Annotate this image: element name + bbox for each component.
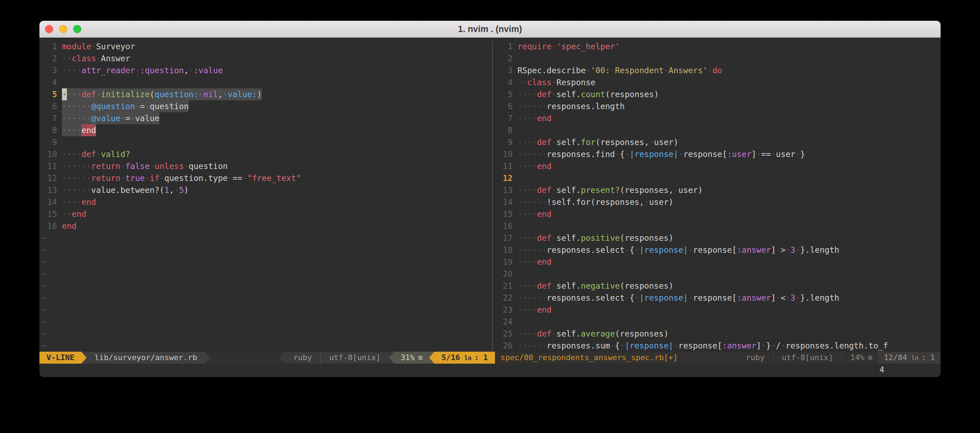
line-number: 19 (498, 256, 512, 268)
code-line-4[interactable]: 4··class·Response (495, 76, 940, 88)
code-line-6[interactable]: 6······@question·=·question (40, 100, 490, 112)
code-line-15[interactable]: 15····end (495, 208, 940, 220)
line-number: 24 (498, 316, 512, 328)
code-line-17[interactable]: 17····def·self.positive(responses) (495, 232, 940, 244)
encoding-indicator: utf-8[unix] (776, 352, 839, 364)
tilde-line: ~ (40, 316, 490, 328)
line-number: 12 (42, 172, 57, 184)
line-number: 23 (498, 304, 512, 316)
code-line-2[interactable]: 2··class·Answer (40, 53, 490, 64)
code-line-16[interactable]: 16 (495, 220, 940, 232)
line-number: 1 (42, 40, 57, 53)
line-number: 11 (498, 160, 512, 172)
line-number: 16 (498, 220, 512, 232)
code-line-3[interactable]: 3····attr_reader·:question,·:value (40, 64, 490, 76)
tilde-line: ~ (40, 268, 490, 280)
scroll-percentage: 31%≡ (394, 352, 429, 364)
line-number: 4 (498, 76, 512, 88)
code-line-16[interactable]: 16end (40, 220, 490, 232)
code-line-26[interactable]: 26······responses.sum·{·|response|·respo… (495, 340, 940, 352)
powerline-separator-icon (205, 352, 210, 364)
statusline-filler (683, 352, 740, 364)
line-number: 20 (498, 268, 512, 280)
code-line-13[interactable]: 13······value.between?(1,·5) (40, 184, 490, 196)
line-number: 13 (42, 184, 57, 196)
code-line-10[interactable]: 10······responses.find·{·|response|·resp… (495, 148, 940, 160)
titlebar[interactable]: 1. nvim . (nvim) (40, 21, 940, 38)
line-number: 25 (498, 328, 512, 340)
powerline-separator-icon (280, 352, 285, 364)
code-line-19[interactable]: 19····end (495, 256, 940, 268)
code-line-7[interactable]: 7······@value·=·value (40, 112, 490, 124)
code-line-11[interactable]: 11····end (495, 160, 940, 172)
pending-command-count: 4 (879, 364, 884, 376)
line-number: 3 (42, 64, 57, 76)
code-line-6[interactable]: 6······responses.length (495, 100, 940, 112)
line-number: 4 (42, 76, 57, 88)
tilde-line: ~ (40, 304, 490, 316)
tilde-line: ~ (40, 256, 490, 268)
code-line-22[interactable]: 22······responses.select·{·|response|·re… (495, 292, 940, 304)
code-line-25[interactable]: 25····def·self.average(responses) (495, 328, 940, 340)
tilde-line: ~ (40, 328, 490, 340)
window-separator[interactable] (490, 40, 495, 352)
line-number: 14 (42, 196, 57, 208)
statusline-divider (842, 352, 842, 364)
scroll-position-icon: ≡ (868, 353, 873, 362)
line-number: 17 (498, 232, 512, 244)
code-line-2[interactable]: 2 (495, 53, 940, 64)
code-line-12[interactable]: 12······return·true·if·question.type·==·… (40, 172, 490, 184)
line-number: 9 (42, 136, 57, 148)
editor-pane-right[interactable]: 1require·'spec_helper'23RSpec.describe·'… (495, 40, 940, 352)
window-title: 1. nvim . (nvim) (40, 21, 940, 37)
line-number: 2 (498, 53, 512, 64)
code-line-23[interactable]: 23····end (495, 304, 940, 316)
line-number: 14 (498, 196, 512, 208)
code-line-9[interactable]: 9····def·self.for(responses,·user) (495, 136, 940, 148)
line-number: 7 (42, 112, 57, 124)
code-line-24[interactable]: 24 (495, 316, 940, 328)
code-line-4[interactable]: 4 (40, 76, 490, 88)
line-number: 18 (498, 244, 512, 256)
code-line-1[interactable]: 1module·Surveyor (40, 40, 490, 53)
line-number: 2 (42, 53, 57, 64)
code-line-21[interactable]: 21····def·self.negative(responses) (495, 280, 940, 292)
code-line-8[interactable]: 8····end (40, 124, 490, 136)
line-number: 6 (498, 100, 512, 112)
powerline-separator-icon (81, 352, 87, 364)
code-line-5[interactable]: 5····def·initialize(question:·nil,·value… (40, 88, 490, 100)
line-number: 7 (498, 112, 512, 124)
editor-pane-left[interactable]: 1module·Surveyor2··class·Answer3····attr… (40, 40, 490, 352)
active-filename: lib/surveyor/answer.rb (87, 352, 205, 364)
statusline-active: V-LINE lib/surveyor/answer.rb ruby utf-8… (40, 352, 495, 364)
filetype-indicator: ruby (285, 352, 320, 364)
cursor-position: 12/84ln:1 (878, 352, 940, 364)
line-number: 22 (498, 292, 512, 304)
scroll-percentage: 14%≡ (845, 352, 878, 364)
encoding-indicator: utf-8[unix] (321, 352, 389, 364)
code-line-9[interactable]: 9 (40, 136, 490, 148)
line-number: 13 (498, 184, 512, 196)
tilde-line: ~ (40, 280, 490, 292)
vim-mode-indicator: V-LINE (40, 352, 81, 364)
tilde-line: ~ (40, 232, 490, 244)
line-number: 26 (498, 340, 512, 352)
powerline-separator-icon (389, 352, 394, 364)
tilde-line: ~ (40, 340, 490, 352)
code-line-3[interactable]: 3RSpec.describe·'00:·Respondent·Answers'… (495, 64, 940, 76)
code-line-14[interactable]: 14····end (40, 196, 490, 208)
code-line-7[interactable]: 7····end (495, 112, 940, 124)
line-number-icon: ln (912, 355, 918, 361)
code-line-1[interactable]: 1require·'spec_helper' (495, 40, 940, 53)
code-line-8[interactable]: 8 (495, 124, 940, 136)
code-line-10[interactable]: 10····def·valid? (40, 148, 490, 160)
code-line-14[interactable]: 14······!self.for(responses,·user) (495, 196, 940, 208)
code-line-5[interactable]: 5····def·self.count(responses) (495, 88, 940, 100)
nvim-editor: 1module·Surveyor2··class·Answer3····attr… (40, 38, 940, 377)
code-line-13[interactable]: 13····def·self.present?(responses,·user) (495, 184, 940, 196)
code-line-12[interactable]: 12 (495, 172, 940, 184)
code-line-15[interactable]: 15··end (40, 208, 490, 220)
code-line-18[interactable]: 18······responses.select·{·|response|·re… (495, 244, 940, 256)
code-line-11[interactable]: 11······return·false·unless·question (40, 160, 490, 172)
code-line-20[interactable]: 20 (495, 268, 940, 280)
